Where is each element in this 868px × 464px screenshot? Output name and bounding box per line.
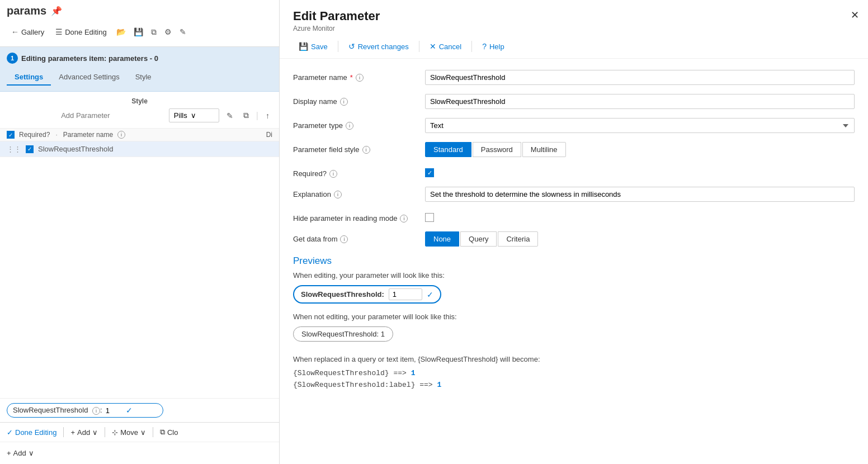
- param-list-header: ✓ Required? · Parameter name i Di: [0, 129, 279, 141]
- display-name-input[interactable]: [425, 94, 855, 109]
- pill-info-icon: i: [92, 407, 100, 415]
- param-name-header-label: Parameter name: [63, 131, 113, 139]
- clone-style-button[interactable]: ⧉: [240, 109, 252, 122]
- clone-button[interactable]: ⧉ Clo: [160, 428, 178, 437]
- get-data-query-button[interactable]: Query: [460, 231, 497, 247]
- explanation-input[interactable]: [425, 187, 855, 202]
- close-icon: ✕: [851, 10, 859, 21]
- query-line-1: {SlowRequestThreshold} ==> 1: [293, 369, 855, 377]
- help-button[interactable]: ? Help: [477, 39, 510, 54]
- pill-input[interactable]: [106, 406, 122, 415]
- tab-settings[interactable]: Settings: [7, 69, 51, 86]
- params-title-row: params 📌: [7, 4, 272, 17]
- drag-handle-icon[interactable]: ⋮⋮: [7, 145, 21, 153]
- copy-button[interactable]: ⧉: [148, 26, 159, 39]
- clone-style-icon: ⧉: [243, 111, 249, 120]
- style-label: Style: [7, 97, 272, 105]
- help-icon: ?: [482, 42, 487, 51]
- param-field-style-label: Parameter field style i: [293, 142, 416, 154]
- explanation-row: Explanation i: [293, 187, 855, 202]
- previews-title: Previews: [293, 255, 855, 267]
- editing-pill-label: SlowRequestThreshold:: [301, 290, 384, 299]
- editing-pill-input[interactable]: [389, 288, 422, 300]
- query-desc: When replaced in a query or text item, {…: [293, 355, 855, 363]
- param-name-input[interactable]: [425, 70, 855, 85]
- pencil-style-icon: ✎: [227, 111, 233, 120]
- up-button[interactable]: ↑: [263, 110, 272, 122]
- move-button[interactable]: ⊹ Move ∨: [112, 428, 146, 437]
- add-parameter-button[interactable]: Add Parameter: [7, 111, 164, 120]
- field-style-password-button[interactable]: Password: [473, 142, 521, 157]
- param-field-style-control: Standard Password Multiline: [425, 142, 855, 157]
- add-bottom-button[interactable]: + Add ∨: [70, 428, 98, 437]
- required-control: ✓: [425, 166, 855, 177]
- required-row: Required? i ✓: [293, 166, 855, 178]
- param-row-checkbox[interactable]: ✓: [26, 145, 34, 153]
- hide-param-info-icon: i: [400, 215, 408, 222]
- query-line-2: {SlowRequestThreshold:label} ==> 1: [293, 381, 855, 389]
- field-style-toggle-group: Standard Password Multiline: [425, 142, 855, 157]
- left-top-bar: params 📌 ← Gallery ☰ Done Editing 📂 💾 ⧉: [0, 0, 279, 47]
- right-title: Edit Parameter: [293, 9, 855, 23]
- gallery-button[interactable]: ← Gallery: [7, 25, 49, 39]
- editing-title-text: Editing parameters item: parameters - 0: [21, 54, 158, 63]
- open-button[interactable]: 📂: [114, 26, 129, 38]
- save-button[interactable]: 💾 Save: [293, 39, 333, 54]
- param-field-style-row: Parameter field style i Standard Passwor…: [293, 142, 855, 157]
- required-check-mark: ✓: [427, 169, 432, 177]
- toolbar-divider-1: [63, 427, 64, 437]
- get-data-none-button[interactable]: None: [425, 231, 459, 247]
- editing-preview-desc: When editing, your parameter will look l…: [293, 271, 855, 280]
- settings-icon: ⚙: [164, 27, 172, 36]
- field-style-standard-button[interactable]: Standard: [425, 142, 471, 157]
- pill-preview-area: SlowRequestThreshold i: ✓: [0, 398, 279, 422]
- revert-icon: ↺: [348, 42, 355, 51]
- settings-button[interactable]: ⚙: [162, 26, 174, 38]
- left-panel: params 📌 ← Gallery ☰ Done Editing 📂 💾 ⧉: [0, 0, 280, 464]
- params-title-text: params: [7, 4, 46, 17]
- required-header-label: Required?: [19, 131, 50, 139]
- rt-separator-2: [419, 41, 419, 52]
- rt-separator-3: [471, 41, 472, 52]
- pill-check-icon: ✓: [126, 406, 133, 415]
- close-button[interactable]: ✕: [851, 9, 859, 21]
- display-name-row: Display name i: [293, 94, 855, 109]
- editing-preview-pill: SlowRequestThreshold: ✓: [293, 285, 441, 304]
- pin-icon[interactable]: 📌: [51, 6, 62, 16]
- add-bottom-chevron-icon: ∨: [29, 449, 34, 457]
- param-type-control: Text Number DateTime: [425, 118, 855, 133]
- tab-style[interactable]: Style: [128, 69, 159, 86]
- move-icon: ⊹: [112, 428, 118, 437]
- done-editing-bottom-button[interactable]: ✓ Done Editing: [7, 428, 56, 437]
- get-data-control: None Query Criteria: [425, 231, 855, 247]
- done-editing-top-button[interactable]: ☰ Done Editing: [51, 25, 111, 39]
- right-panel: ✕ Edit Parameter Azure Monitor 💾 Save ↺ …: [280, 0, 868, 464]
- add-bottom-main-button[interactable]: + Add ∨: [7, 449, 34, 457]
- clone-icon: ⧉: [160, 428, 165, 437]
- edit-style-button[interactable]: ✎: [224, 110, 236, 122]
- field-style-multiline-button[interactable]: Multiline: [522, 142, 566, 157]
- toolbar-divider-2: [105, 427, 105, 437]
- required-checkbox[interactable]: ✓: [425, 168, 434, 177]
- header-checkbox[interactable]: ✓: [7, 131, 15, 139]
- right-toolbar: 💾 Save ↺ Revert changes ✕ Cancel ? Help: [293, 39, 855, 54]
- open-icon: 📂: [116, 27, 126, 36]
- hide-param-checkbox-wrap: [425, 211, 855, 222]
- hide-param-checkbox[interactable]: [425, 213, 434, 222]
- required-checkbox-wrap: ✓: [425, 166, 855, 177]
- param-field-style-info-icon: i: [362, 146, 370, 154]
- edit-button[interactable]: ✎: [177, 26, 189, 38]
- required-star: *: [350, 73, 353, 82]
- separator: |: [256, 111, 258, 121]
- save-file-button[interactable]: 💾: [131, 26, 146, 38]
- cancel-button[interactable]: ✕ Cancel: [424, 39, 467, 54]
- info-icon-header: i: [117, 131, 125, 139]
- style-select[interactable]: Pills ∨: [169, 108, 219, 122]
- param-name-row: Parameter name * i: [293, 70, 855, 85]
- pencil-icon: ✎: [180, 27, 186, 36]
- get-data-criteria-button[interactable]: Criteria: [498, 231, 538, 247]
- param-type-select[interactable]: Text Number DateTime: [425, 118, 855, 133]
- tab-advanced-settings[interactable]: Advanced Settings: [51, 69, 127, 86]
- revert-button[interactable]: ↺ Revert changes: [343, 39, 414, 54]
- pill-preview: SlowRequestThreshold i: ✓: [7, 403, 163, 418]
